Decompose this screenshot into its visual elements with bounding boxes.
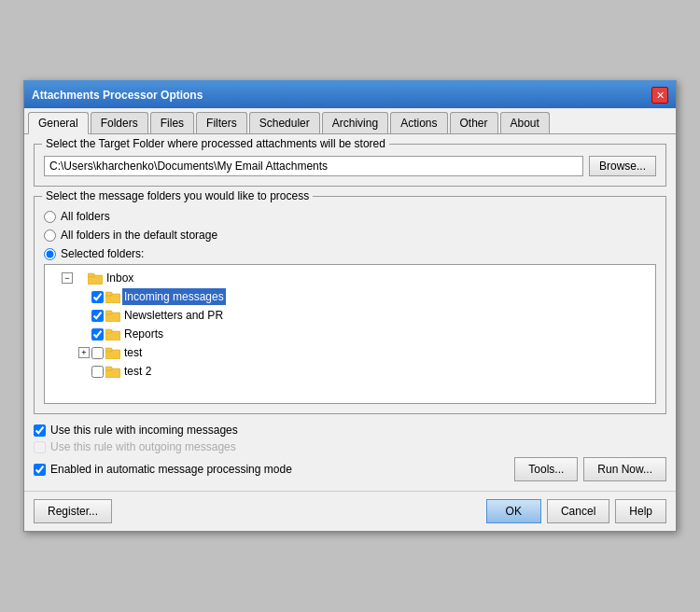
svg-rect-1 bbox=[88, 273, 94, 277]
ok-button[interactable]: OK bbox=[486, 499, 541, 523]
tab-files[interactable]: Files bbox=[150, 112, 194, 133]
folder-icon-test2 bbox=[105, 365, 120, 378]
folder-icon-newsletters bbox=[105, 309, 120, 322]
main-window: Attachments Processor Options ✕ General … bbox=[23, 80, 677, 532]
expand-placeholder bbox=[49, 272, 60, 284]
tab-actions[interactable]: Actions bbox=[390, 112, 447, 133]
tab-general[interactable]: General bbox=[28, 112, 89, 134]
browse-button[interactable]: Browse... bbox=[589, 156, 656, 176]
checkbox-newsletters[interactable] bbox=[91, 310, 104, 322]
folder-tree[interactable]: − Inbox bbox=[44, 264, 656, 404]
tree-item-incoming: Incoming messages bbox=[78, 287, 651, 306]
radio-selected-folders-label: Selected folders: bbox=[61, 247, 144, 260]
radio-selected-folders: Selected folders: bbox=[44, 247, 656, 260]
folder-label-inbox: Inbox bbox=[105, 270, 135, 286]
expand-placeholder bbox=[78, 366, 90, 377]
checkbox-test2[interactable] bbox=[91, 366, 104, 378]
svg-rect-7 bbox=[105, 329, 112, 333]
tab-archiving[interactable]: Archiving bbox=[322, 112, 388, 133]
tab-bar: General Folders Files Filters Scheduler … bbox=[24, 108, 676, 134]
outgoing-messages-checkbox[interactable] bbox=[34, 441, 46, 453]
folder-label-test2: test 2 bbox=[122, 363, 153, 380]
register-button[interactable]: Register... bbox=[34, 499, 112, 523]
radio-default-storage: All folders in the default storage bbox=[44, 229, 656, 242]
outgoing-checkbox-row: Use this rule with outgoing messages bbox=[34, 440, 666, 453]
checkbox-incoming[interactable] bbox=[91, 291, 104, 303]
target-folder-group: Select the Target Folder where processed… bbox=[34, 144, 666, 187]
expand-placeholder bbox=[78, 328, 90, 340]
folder-icon-incoming bbox=[105, 290, 120, 303]
tab-content: Select the Target Folder where processed… bbox=[24, 134, 676, 491]
checkbox-reports[interactable] bbox=[91, 328, 104, 341]
folder-icon-reports bbox=[105, 327, 120, 341]
checkbox-test[interactable] bbox=[91, 347, 104, 359]
tab-other[interactable]: Other bbox=[450, 112, 498, 133]
expand-placeholder bbox=[78, 291, 90, 302]
title-bar: Attachments Processor Options ✕ bbox=[24, 82, 676, 108]
folder-path-input[interactable] bbox=[44, 156, 583, 176]
svg-rect-9 bbox=[105, 348, 112, 352]
tab-about[interactable]: About bbox=[500, 112, 550, 133]
auto-processing-checkbox[interactable] bbox=[34, 464, 46, 476]
tree-item-inbox: − Inbox bbox=[49, 269, 651, 287]
auto-checkbox-row: Enabled in automatic message processing … bbox=[34, 463, 509, 476]
help-button[interactable]: Help bbox=[615, 499, 666, 523]
tab-scheduler[interactable]: Scheduler bbox=[249, 112, 320, 133]
expand-inbox-btn[interactable]: − bbox=[62, 272, 73, 284]
folder-icon-inbox bbox=[88, 271, 103, 285]
radio-all-folders-label: All folders bbox=[61, 210, 110, 223]
folder-label-incoming: Incoming messages bbox=[122, 288, 226, 305]
runnow-button[interactable]: Run Now... bbox=[583, 457, 666, 481]
svg-rect-5 bbox=[105, 311, 112, 314]
tree-item-test: + test bbox=[78, 343, 651, 362]
tab-folders[interactable]: Folders bbox=[91, 112, 148, 133]
auto-processing-label: Enabled in automatic message processing … bbox=[50, 463, 292, 476]
window-title: Attachments Processor Options bbox=[32, 89, 203, 102]
folder-label-newsletters: Newsletters and PR bbox=[122, 307, 225, 324]
folder-label-reports: Reports bbox=[122, 326, 165, 342]
folder-icon-test bbox=[105, 346, 120, 359]
dialog-footer: Register... OK Cancel Help bbox=[24, 491, 676, 531]
folder-label-test: test bbox=[122, 344, 144, 361]
tree-item-newsletters: Newsletters and PR bbox=[78, 306, 651, 325]
folder-path-row: Browse... bbox=[44, 156, 656, 176]
tab-filters[interactable]: Filters bbox=[196, 112, 247, 133]
radio-selected-folders-input[interactable] bbox=[44, 248, 56, 260]
expand-test-btn[interactable]: + bbox=[78, 347, 90, 358]
svg-rect-3 bbox=[105, 292, 112, 296]
outgoing-messages-checkbox-label: Use this rule with outgoing messages bbox=[50, 440, 236, 453]
message-folders-group: Select the message folders you would lik… bbox=[34, 196, 666, 414]
radio-all-folders: All folders bbox=[44, 210, 656, 223]
svg-rect-11 bbox=[105, 367, 112, 370]
target-folder-label: Select the Target Folder where processed… bbox=[42, 137, 389, 150]
radio-default-storage-input[interactable] bbox=[44, 230, 56, 242]
expand-placeholder bbox=[78, 310, 90, 321]
radio-group: All folders All folders in the default s… bbox=[44, 210, 656, 260]
message-folders-label: Select the message folders you would lik… bbox=[42, 189, 313, 202]
tools-button[interactable]: Tools... bbox=[514, 457, 578, 481]
tree-scroll: − Inbox bbox=[45, 265, 655, 384]
cancel-button[interactable]: Cancel bbox=[547, 499, 609, 523]
radio-all-folders-input[interactable] bbox=[44, 211, 56, 223]
radio-default-storage-label: All folders in the default storage bbox=[61, 229, 217, 242]
close-button[interactable]: ✕ bbox=[651, 87, 668, 104]
incoming-messages-checkbox[interactable] bbox=[34, 424, 46, 437]
checkbox-placeholder bbox=[75, 272, 86, 284]
incoming-checkbox-row: Use this rule with incoming messages bbox=[34, 424, 666, 437]
incoming-messages-checkbox-label: Use this rule with incoming messages bbox=[50, 424, 238, 437]
tree-item-test2: test 2 bbox=[78, 362, 651, 381]
tree-item-reports: Reports bbox=[78, 325, 651, 343]
